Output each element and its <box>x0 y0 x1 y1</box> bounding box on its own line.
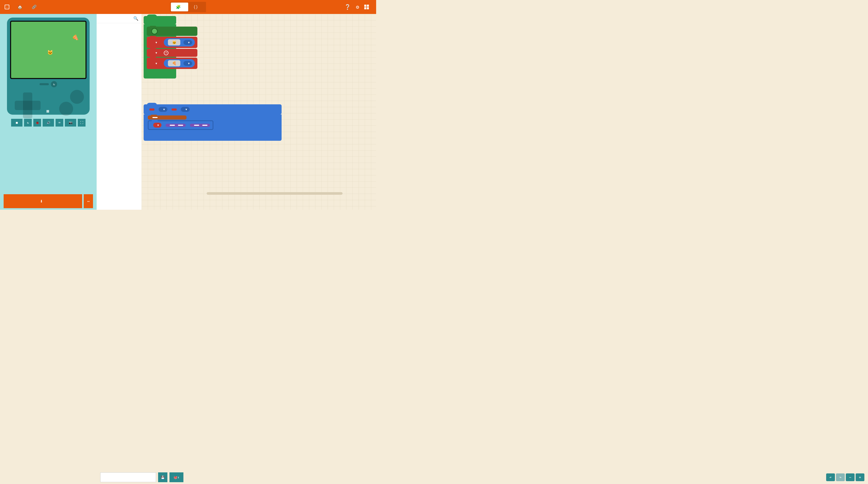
player-sprite: 🐱 <box>47 50 53 55</box>
block-move-with-buttons[interactable]: ▼ + <box>147 49 197 57</box>
expand-icon[interactable]: + <box>164 51 168 55</box>
app-logo[interactable]: ✦ <box>5 5 9 9</box>
microsoft-logo <box>364 5 371 9</box>
kind-food-dropdown[interactable]: ▼ <box>183 61 192 66</box>
tab-blocks[interactable]: 🧩 <box>171 3 188 11</box>
download-icon: ⬇ <box>40 198 43 204</box>
download-more-button[interactable]: ⋯ <box>84 194 93 208</box>
var-mysprite-2[interactable]: ▼ <box>151 51 160 55</box>
search-input[interactable] <box>100 17 133 21</box>
braces-icon: {} <box>193 5 198 9</box>
device-brand <box>46 110 50 112</box>
var-piza-2[interactable]: ▼ <box>153 123 161 128</box>
x-min-input[interactable] <box>170 125 175 126</box>
blocks-workspace[interactable]: ▼ 🐱 ▼ ▼ + ▼ <box>142 14 376 210</box>
stop-button[interactable]: ■ <box>11 119 23 127</box>
sprite-create-reporter-2[interactable]: 🍕 ▼ <box>164 59 195 67</box>
puzzle-icon: 🧩 <box>176 5 181 9</box>
ms-square-icon <box>364 5 369 9</box>
help-icon[interactable]: ❔ <box>344 4 351 10</box>
block-set-piza[interactable]: ▼ 🍕 ▼ <box>147 58 197 69</box>
param-othersprite[interactable] <box>172 108 177 110</box>
pick-random-y[interactable] <box>190 124 210 127</box>
score-delta-input[interactable] <box>152 117 158 118</box>
sprite-create-reporter[interactable]: 🐱 ▼ <box>164 38 195 46</box>
screenshot-button[interactable]: 📷 <box>65 119 76 127</box>
download-button[interactable]: ⬇ <box>4 194 82 208</box>
workspace-hscrollbar[interactable] <box>207 192 343 195</box>
block-change-score[interactable] <box>148 116 187 120</box>
device-reset-icon[interactable]: ↻ <box>51 81 57 87</box>
sprite-image-editor-2[interactable]: 🍕 <box>168 60 180 66</box>
y-max-input[interactable] <box>202 125 208 126</box>
bg-color-swatch[interactable] <box>151 28 158 34</box>
overlap-kind1-dropdown[interactable]: ▼ <box>159 107 167 112</box>
button-a[interactable] <box>70 90 84 104</box>
home-icon: 🏠 <box>18 5 23 9</box>
toolbox: 🔍 ◀ <box>97 14 142 210</box>
overlap-kind2-dropdown[interactable]: ▼ <box>181 107 190 112</box>
device-menu-button[interactable] <box>39 83 49 85</box>
home-button[interactable]: 🏠 <box>14 5 28 9</box>
block-set-position[interactable]: ▼ <box>148 120 213 130</box>
y-min-input[interactable] <box>194 125 199 126</box>
simulator-screen[interactable]: 🐱 🍕 <box>11 22 86 78</box>
block-set-mysprite[interactable]: ▼ 🐱 ▼ <box>147 37 197 48</box>
share-icon: 🔗 <box>32 5 37 9</box>
fullscreen-button[interactable]: ⛶ <box>78 119 86 127</box>
sprite-image-editor[interactable]: 🐱 <box>168 39 180 45</box>
var-mysprite[interactable]: ▼ <box>151 40 160 45</box>
dpad[interactable] <box>15 93 40 118</box>
gear-icon[interactable]: ⚙ <box>356 4 359 10</box>
keyboard-icon[interactable]: ⌨ <box>56 119 63 127</box>
mute-button[interactable]: 🔊 <box>43 119 54 127</box>
search-icon[interactable]: 🔍 <box>133 16 138 21</box>
var-piza[interactable]: ▼ <box>151 61 160 66</box>
tab-javascript[interactable]: {} <box>188 3 205 11</box>
pick-random-x[interactable] <box>165 124 186 127</box>
param-sprite[interactable] <box>149 108 154 110</box>
restart-button[interactable]: ↻ <box>24 119 32 127</box>
simulator-device: 🐱 🍕 ↻ <box>7 18 90 115</box>
debug-button[interactable]: 🐞 <box>33 119 41 127</box>
x-max-input[interactable] <box>178 125 183 126</box>
kind-player-dropdown[interactable]: ▼ <box>183 40 192 45</box>
block-set-bg-color[interactable] <box>147 27 197 36</box>
button-b[interactable] <box>59 102 73 116</box>
share-button[interactable]: 🔗 <box>28 5 42 9</box>
pizza-sprite: 🍕 <box>71 34 79 41</box>
block-on-overlap[interactable]: ▼ ▼ <box>144 104 282 115</box>
